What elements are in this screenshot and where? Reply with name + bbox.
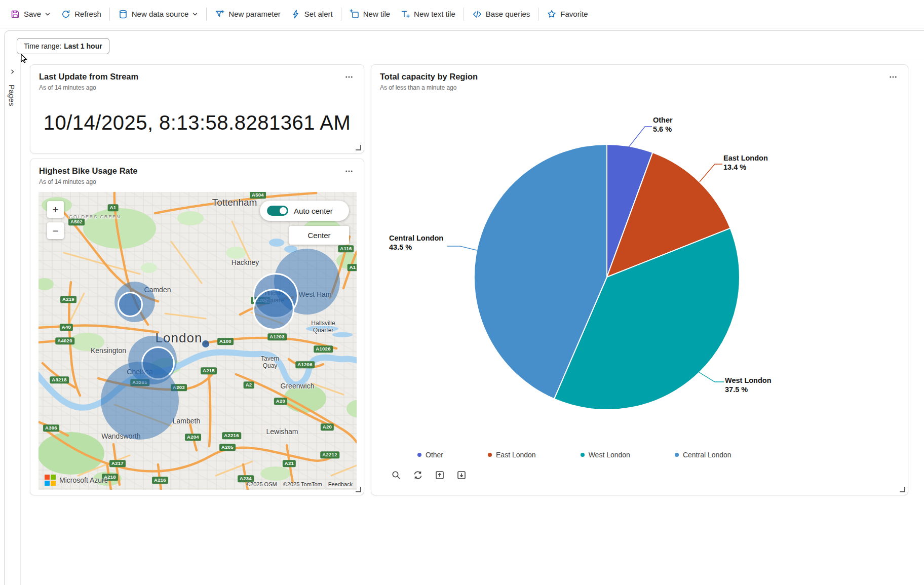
time-range-filter[interactable]: Time range: Last 1 hour [17,38,109,54]
refresh-icon [61,9,71,19]
callout-name: West London [725,376,772,385]
map-place-label: Hallsville Quarter [306,320,340,334]
road-badge: A217 [109,460,126,467]
road-badge: A116 [338,245,354,252]
callout-value: 43.5 % [389,243,443,252]
road-badge: A20 [274,398,287,405]
code-icon [472,9,482,19]
map-provider-text: Microsoft Azure [59,476,108,484]
tile-resize-handle[interactable] [356,145,361,150]
pages-rail-label: Pages [8,85,16,106]
pie-chart [371,65,909,496]
tomtom-credit: ©2025 TomTom [283,481,322,487]
tile-search-button[interactable] [390,469,403,482]
expand-pages-button[interactable] [6,66,18,79]
base-queries-button[interactable]: Base queries [467,4,535,24]
auto-center-toggle[interactable] [267,206,288,216]
new-data-source-label: New data source [132,10,189,18]
new-text-tile-label: New text tile [414,10,455,18]
base-queries-label: Base queries [486,10,530,18]
pie-callout-label: East London13.4 % [723,153,768,172]
tile-move-down-button[interactable] [455,469,468,482]
new-parameter-label: New parameter [228,10,281,18]
set-alert-button[interactable]: Set alert [286,4,338,24]
legend-item-west-london[interactable]: West London [581,451,630,459]
auto-center-label: Auto center [294,207,333,215]
bike-usage-bubble [101,362,179,440]
tile-more-button[interactable] [341,72,357,83]
map-place-label: Tavern Quay [253,356,287,370]
pie-callout-line [628,127,652,148]
new-data-source-button[interactable]: New data source [113,4,204,24]
refresh-button[interactable]: Refresh [56,4,106,24]
tile-more-button[interactable] [341,166,357,177]
more-dots-icon [344,167,354,177]
legend-dot [488,453,492,457]
tile-as-of: As of 14 minutes ago [39,84,96,91]
lightning-icon [291,9,301,19]
tile-title: Highest Bike Usage Rate [39,166,137,176]
london-map[interactable]: A504A1A502A219A40A4020A3218A306A217A218A… [38,192,357,490]
road-badge: A40 [60,324,73,331]
tile-highest-bike-usage: Highest Bike Usage Rate As of 14 minutes… [30,159,364,495]
time-range-label: Time range: [24,42,61,50]
map-provider-logo: Microsoft Azure [45,475,108,486]
new-parameter-button[interactable]: New parameter [210,4,286,24]
new-tile-label: New tile [363,10,390,18]
map-place-label: Lewisham [266,427,298,436]
legend-dot [581,453,585,457]
tile-title: Last Update from Stream [39,72,138,82]
pie-callout-line [700,164,722,182]
osm-credit: ©2025 OSM [246,481,277,487]
tile-as-of: As of 14 minutes ago [39,178,96,185]
new-text-tile-button[interactable]: New text tile [395,4,460,24]
zoom-out-button[interactable]: − [47,222,64,239]
chevron-right-icon [9,68,16,76]
tile-footer-actions [390,469,468,482]
legend-item-central-london[interactable]: Central London [675,451,732,459]
road-badge: A502 [68,218,85,225]
new-tile-button[interactable]: New tile [344,4,395,24]
legend-item-east-london[interactable]: East London [488,451,536,459]
map-place-label: Greenwich [281,382,315,390]
tile-resize-handle[interactable] [356,487,361,492]
tile-cycle-button[interactable] [411,469,425,482]
tile-resize-handle[interactable] [900,487,905,492]
road-badge: A4020 [55,337,74,344]
map-place-label: Kensington [91,346,126,355]
toolbar-divider [206,8,207,21]
tile-move-up-button[interactable] [433,469,446,482]
callout-name: East London [723,153,768,163]
favorite-button[interactable]: Favorite [542,4,593,24]
pages-rail-divider [20,59,21,585]
road-badge: A2216 [222,432,241,439]
zoom-in-button[interactable]: + [47,201,64,218]
road-badge: A100 [217,338,234,345]
legend-item-other[interactable]: Other [417,451,443,459]
road-badge: A2 [244,381,254,388]
toolbar-divider [341,8,341,21]
map-place-label: Tottenham [212,197,257,208]
arrow-down-box-icon [456,470,467,482]
road-badge: A1203 [267,333,287,340]
pie-callout-label: Central London43.5 % [389,233,443,252]
legend-dot [675,453,679,457]
callout-value: 5.6 % [653,125,673,134]
map-place-label: Lambeth [173,417,200,425]
road-badge: A215 [201,367,217,374]
save-button[interactable]: Save [5,4,56,24]
tile-total-capacity-by-region: Total capacity by Region As of less than… [371,64,908,495]
map-attribution: ©2025 OSM ©2025 TomTom Feedback [246,481,353,487]
toolbar-divider [464,8,464,21]
chevron-down-icon [45,11,51,17]
toolbar: SaveRefreshNew data sourceNew parameterS… [0,0,924,28]
road-badge: A1 [348,264,357,271]
center-button[interactable]: Center [289,226,349,245]
last-update-timestamp: 10/14/2025, 8:13:58.8281361 AM [30,97,364,148]
feedback-link[interactable]: Feedback [328,481,353,487]
legend-label: Central London [683,451,732,459]
search-icon [391,470,401,482]
pie-callout-label: West London37.5 % [725,376,772,394]
time-range-value: Last 1 hour [64,42,102,50]
legend-label: Other [426,451,443,459]
